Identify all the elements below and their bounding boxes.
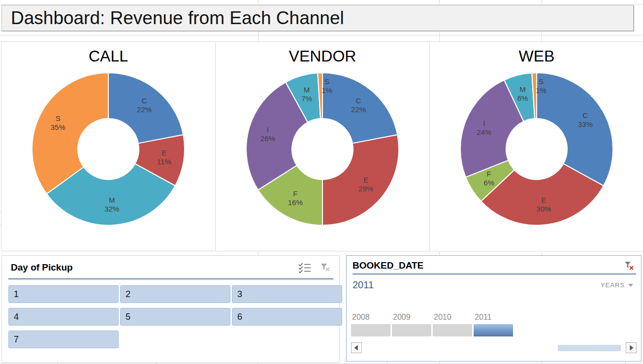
timeline-years-track: 2008 2009 2010 2011 [351, 313, 513, 336]
data-label-category: E [363, 176, 368, 184]
data-label-percent: 7% [301, 94, 312, 103]
slicer-button-1[interactable]: 1 [8, 285, 119, 303]
slicer-header: Day of Pickup [2, 256, 339, 276]
data-label-percent: 35% [51, 123, 65, 131]
data-label-percent: 6% [483, 179, 494, 187]
data-label-percent: 33% [578, 120, 593, 128]
timeline-year-2008[interactable]: 2008 [351, 313, 390, 336]
slicer-button-4[interactable]: 4 [8, 308, 119, 326]
charts-row: CALL C22%E11%M32%S35% VENDOR C22%E28%F16… [1, 41, 638, 251]
data-label-category: F [293, 189, 297, 198]
timeline-bar-2008[interactable] [351, 324, 390, 336]
timeline-title: BOOKED_DATE [353, 260, 615, 271]
chart-title-web: WEB [519, 47, 555, 65]
donut-chart-vendor[interactable]: C22%E28%F16%I26%M7%S1% [216, 67, 429, 231]
data-label-category: M [304, 86, 310, 94]
chart-title-call: CALL [89, 47, 128, 65]
donut-segment-E[interactable] [322, 135, 399, 225]
timeline-selected-range: 2011 [353, 279, 601, 291]
timeline-year-2010[interactable]: 2010 [433, 313, 472, 336]
data-label-category: E [161, 149, 166, 157]
data-label-percent: 22% [351, 105, 366, 114]
chart-panel-web: WEB C33%E30%F6%I24%M6%S1% [430, 41, 643, 251]
slicer-button-2[interactable]: 2 [120, 285, 230, 303]
page-title: Dashboard: Revenue from Each Channel [11, 8, 344, 29]
data-label-percent: 28% [358, 184, 373, 193]
data-label-percent: 1% [536, 86, 547, 94]
data-label-category: F [487, 170, 491, 178]
data-label-category: S [324, 77, 329, 86]
data-label-percent: 32% [104, 205, 119, 213]
time-level-dropdown[interactable]: YEARS [601, 281, 633, 289]
data-label-category: I [267, 125, 269, 134]
data-label-category: C [142, 96, 147, 105]
slicer-day-of-pickup: Day of Pickup 1 2 [1, 255, 340, 363]
timeline-year-2009[interactable]: 2009 [392, 313, 431, 336]
scroll-left-icon[interactable] [351, 342, 362, 353]
data-label-category: S [539, 77, 544, 86]
slicer-button-3[interactable]: 3 [232, 285, 342, 303]
timeline-selection-row: 2011 YEARS [347, 274, 641, 291]
timeline-header: BOOKED_DATE [347, 256, 641, 273]
timeline-bar-2009[interactable] [392, 324, 431, 336]
scroll-right-icon[interactable] [626, 342, 637, 353]
dashboard-title-bar: Dashboard: Revenue from Each Channel [1, 5, 634, 31]
timeline-scrollbar[interactable] [351, 342, 637, 354]
multi-select-icon[interactable] [298, 262, 312, 273]
donut-chart-web[interactable]: C33%E30%F6%I24%M6%S1% [430, 67, 643, 231]
clear-filter-icon[interactable] [319, 262, 332, 273]
slicer-buttons: 1 2 3 4 5 6 7 [2, 279, 339, 348]
gridline [0, 35, 643, 35]
donut-segment-C[interactable] [537, 73, 613, 186]
donut-chart-call[interactable]: C22%E11%M32%S35% [1, 67, 215, 231]
data-label-percent: 22% [137, 105, 152, 114]
data-label-category: M [109, 196, 115, 204]
data-label-percent: 6% [517, 94, 528, 102]
data-label-percent: 11% [157, 157, 171, 166]
slicer-button-7[interactable]: 7 [8, 331, 119, 348]
time-level-label: YEARS [601, 281, 625, 289]
chart-title-vendor: VENDOR [289, 47, 356, 65]
data-label-percent: 26% [260, 134, 275, 143]
slicer-button-6[interactable]: 6 [232, 308, 342, 326]
data-label-percent: 30% [536, 205, 551, 213]
chevron-down-icon [628, 284, 633, 287]
timeline-bar-2011-selected[interactable] [474, 324, 513, 336]
donut-segment-S[interactable] [32, 73, 108, 194]
slicer-title: Day of Pickup [11, 262, 291, 273]
data-label-category: I [483, 119, 485, 127]
clear-filter-icon[interactable] [622, 260, 636, 272]
data-label-percent: 24% [477, 128, 491, 136]
timeline-bar-2010[interactable] [433, 324, 472, 336]
data-label-category: M [519, 85, 526, 93]
data-label-category: C [356, 96, 361, 105]
slicer-button-5[interactable]: 5 [120, 308, 230, 326]
timeline-year-2011[interactable]: 2011 [474, 313, 513, 336]
chart-panel-vendor: VENDOR C22%E28%F16%I26%M7%S1% [216, 41, 430, 251]
chart-panel-call: CALL C22%E11%M32%S35% [1, 41, 216, 251]
worksheet: Dashboard: Revenue from Each Channel CAL… [0, 0, 643, 364]
data-label-percent: 16% [288, 198, 303, 207]
data-label-category: C [582, 111, 588, 120]
gridline [0, 363, 643, 364]
data-label-category: S [56, 114, 61, 122]
data-label-percent: 1% [322, 86, 332, 94]
timeline-booked-date: BOOKED_DATE 2011 YEARS 2008 [346, 255, 642, 362]
scrollbar-thumb[interactable] [558, 345, 621, 351]
data-label-category: E [541, 196, 546, 204]
